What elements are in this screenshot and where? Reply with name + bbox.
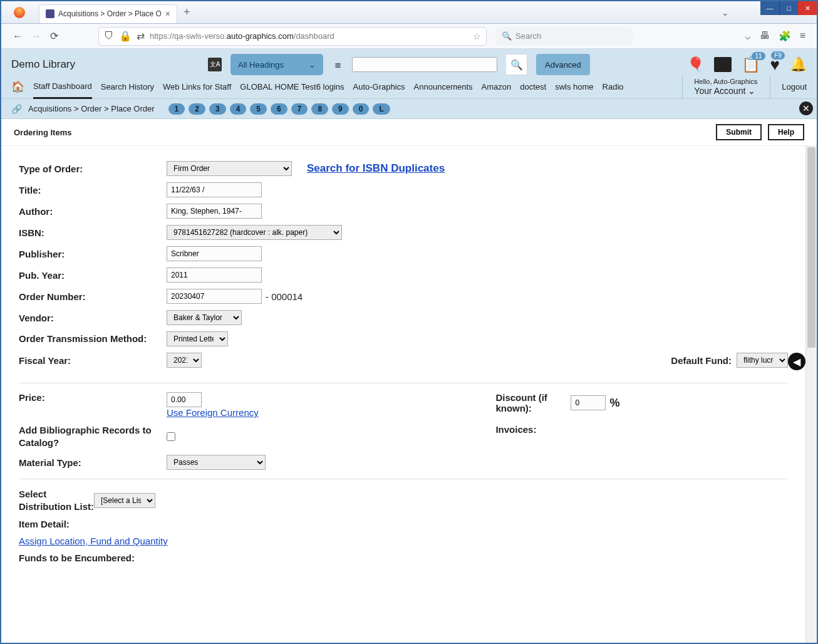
submit-button[interactable]: Submit	[716, 124, 762, 140]
pubyear-input[interactable]	[167, 267, 262, 283]
notifications-icon[interactable]: 🔔	[790, 56, 807, 73]
firefox-icon	[14, 7, 25, 18]
vertical-scrollbar[interactable]	[805, 146, 817, 643]
print-icon[interactable]: 🖶	[760, 30, 770, 42]
forward-button[interactable]: →	[31, 31, 41, 42]
nav-doctest[interactable]: doctest	[520, 76, 546, 98]
heart-badge: F9	[771, 51, 785, 60]
pill-7[interactable]: 7	[291, 103, 308, 115]
translate-icon[interactable]: 文A	[208, 58, 222, 71]
catalog-search-button[interactable]: 🔍	[506, 54, 527, 75]
material-select[interactable]: Passes	[167, 455, 266, 470]
browser-tab[interactable]: Acquisitions > Order > Place O ×	[39, 4, 177, 23]
pill-3[interactable]: 3	[209, 103, 226, 115]
pocket-icon[interactable]: ⌵	[745, 30, 751, 42]
pill-0[interactable]: 0	[353, 103, 370, 115]
window-maximize-button[interactable]: □	[779, 1, 798, 15]
foreign-currency-link[interactable]: Use Foreign Currency	[167, 407, 259, 418]
nav-web-links[interactable]: Web Links for Staff	[163, 76, 231, 98]
price-input[interactable]	[167, 392, 202, 407]
url-text: https://qa-swls-verso.auto-graphics.com/…	[150, 31, 468, 41]
type-of-order-select[interactable]: Firm Order	[167, 161, 292, 176]
balloon-icon[interactable]: 🎈	[687, 56, 704, 73]
percent-label: %	[609, 397, 619, 410]
bookmark-star-icon[interactable]: ☆	[473, 31, 481, 41]
menu-icon[interactable]: ≡	[800, 30, 805, 42]
new-tab-button[interactable]: +	[184, 6, 190, 19]
help-button[interactable]: Help	[768, 124, 804, 140]
tab-favicon	[46, 9, 54, 18]
window-titlebar: Acquisitions > Order > Place O × + ⌄ — □…	[1, 1, 817, 24]
nav-auto-graphics[interactable]: Auto-Graphics	[353, 76, 405, 98]
account-block[interactable]: Hello, Auto-Graphics Your Account ⌄	[694, 78, 757, 96]
vendor-label: Vendor:	[19, 313, 167, 323]
tabs-dropdown-icon[interactable]: ⌄	[722, 8, 729, 18]
favorites-icon[interactable]: ♥F9	[770, 55, 780, 75]
list-icon[interactable]: 📋11	[742, 56, 760, 73]
nav-global-home[interactable]: GLOBAL HOME Test6 logins	[240, 76, 344, 98]
permissions-icon: ⇄	[137, 30, 145, 42]
hello-text: Hello, Auto-Graphics	[694, 78, 757, 86]
database-icon[interactable]: ≣	[332, 59, 343, 70]
search-duplicates-link[interactable]: Search for ISBN Duplicates	[307, 162, 445, 175]
form-content: ◀ Type of Order: Firm Order Search for I…	[1, 146, 805, 643]
close-panel-button[interactable]: ✕	[799, 101, 813, 115]
default-fund-select[interactable]: flithy lucre	[737, 353, 788, 368]
url-bar[interactable]: ⛉ 🔒 ⇄ https://qa-swls-verso.auto-graphic…	[98, 27, 487, 46]
nav-amazon[interactable]: Amazon	[482, 76, 512, 98]
addbib-checkbox[interactable]	[167, 432, 175, 441]
window-close-button[interactable]: ✕	[798, 1, 817, 15]
side-panel-toggle[interactable]: ◀	[788, 353, 805, 370]
account-label: Your Account	[694, 86, 745, 96]
default-fund-label: Default Fund:	[671, 355, 732, 366]
distlist-label: Select Distribution List:	[19, 488, 94, 512]
pill-4[interactable]: 4	[230, 103, 247, 115]
nav-staff-dashboard[interactable]: Staff Dashboard	[33, 75, 92, 99]
vendor-select[interactable]: Baker & Taylor	[167, 310, 242, 325]
film-icon[interactable]	[714, 57, 732, 72]
pill-2[interactable]: 2	[189, 103, 205, 115]
scrollbar-thumb[interactable]	[807, 147, 815, 348]
nav-swls-home[interactable]: swls home	[555, 76, 593, 98]
back-button[interactable]: ←	[13, 31, 23, 42]
publisher-label: Publisher:	[19, 249, 167, 259]
assign-location-link[interactable]: Assign Location, Fund and Quantity	[19, 536, 168, 546]
pill-L[interactable]: L	[373, 103, 390, 115]
browser-search-input[interactable]: 🔍 Search	[495, 27, 633, 46]
transmission-select[interactable]: Printed Letter	[167, 331, 228, 346]
ordernum-label: Order Number:	[19, 291, 167, 302]
author-input[interactable]	[167, 204, 262, 219]
pill-6[interactable]: 6	[271, 103, 287, 115]
pill-8[interactable]: 8	[311, 103, 328, 115]
link-icon: 🔗	[11, 104, 22, 114]
refresh-button[interactable]: ⟳	[50, 30, 58, 42]
nav-radio[interactable]: Radio	[603, 76, 624, 98]
itemdetail-label: Item Detail:	[19, 519, 167, 529]
distlist-select[interactable]: [Select a List]	[94, 493, 155, 508]
fiscalyear-label: Fiscal Year:	[19, 355, 167, 366]
pill-9[interactable]: 9	[332, 103, 349, 115]
advanced-search-button[interactable]: Advanced	[536, 54, 590, 75]
isbn-select[interactable]: 9781451627282 (hardcover : alk. paper)	[167, 225, 342, 240]
ordernum-input[interactable]	[167, 289, 262, 304]
url-host: auto-graphics.com	[227, 31, 294, 41]
pill-1[interactable]: 1	[168, 103, 185, 115]
chevron-down-icon: ⌄	[309, 60, 316, 70]
discount-input[interactable]	[571, 395, 606, 410]
publisher-input[interactable]	[167, 246, 262, 261]
window-minimize-button[interactable]: —	[760, 1, 779, 15]
tab-close-icon[interactable]: ×	[165, 9, 170, 19]
catalog-search-input[interactable]	[352, 57, 497, 72]
shield-icon: ⛉	[104, 31, 114, 42]
logout-link[interactable]: Logout	[770, 75, 807, 98]
type-of-order-label: Type of Order:	[19, 164, 167, 174]
nav-announcements[interactable]: Announcements	[414, 76, 473, 98]
headings-dropdown[interactable]: All Headings ⌄	[230, 54, 323, 75]
breadcrumb[interactable]: Acquisitions > Order > Place Order	[28, 104, 155, 113]
nav-search-history[interactable]: Search History	[101, 76, 154, 98]
fiscalyear-select[interactable]: 2021	[167, 353, 202, 368]
pill-5[interactable]: 5	[250, 103, 267, 115]
home-icon[interactable]: 🏠	[11, 80, 24, 93]
extensions-icon[interactable]: 🧩	[779, 30, 791, 42]
title-input[interactable]	[167, 182, 262, 197]
